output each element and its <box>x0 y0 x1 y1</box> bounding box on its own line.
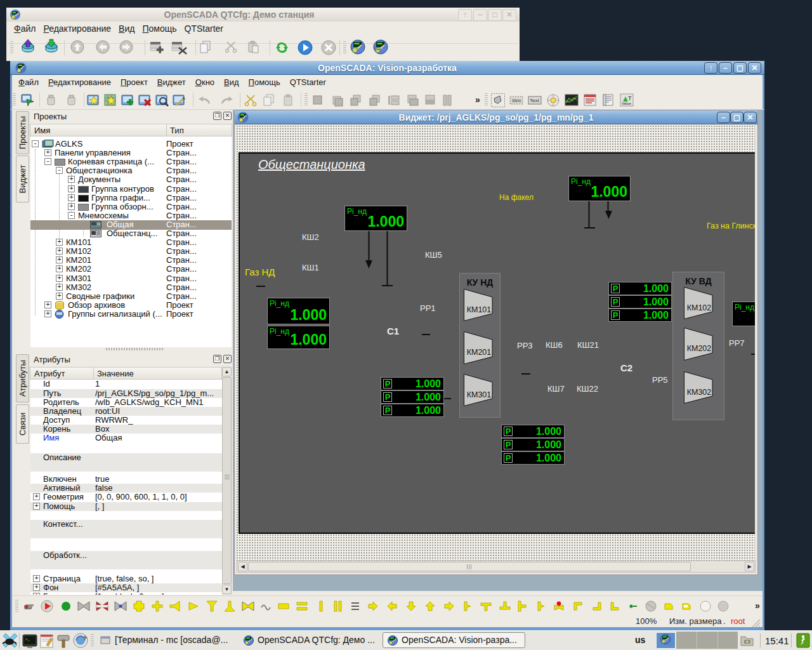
svg-text:>_: >_ <box>25 637 30 641</box>
svg-text:Value: Value <box>622 102 632 105</box>
svg-text:КМ102: КМ102 <box>687 303 712 312</box>
svg-text:КМ101: КМ101 <box>467 305 492 314</box>
svg-text:КМ201: КМ201 <box>467 348 492 357</box>
svg-text:КМ301: КМ301 <box>467 390 492 399</box>
svg-text:КМ302: КМ302 <box>687 388 712 397</box>
svg-text:Strin: Strin <box>512 98 521 103</box>
svg-text:Text: Text <box>530 98 539 103</box>
svg-text:T: T <box>628 95 632 102</box>
svg-text:КМ202: КМ202 <box>687 344 712 353</box>
